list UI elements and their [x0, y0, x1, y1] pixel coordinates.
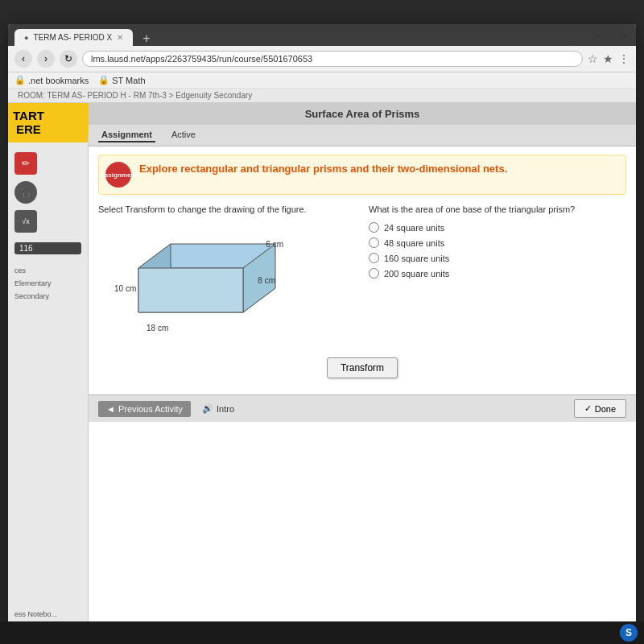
taskbar-avatar[interactable]: S — [620, 624, 638, 642]
sidebar-link-elementary[interactable]: Elementary — [14, 277, 81, 290]
tab-label: TERM AS- PERIOD X — [33, 33, 112, 42]
sidebar-number-badge: 116 — [8, 239, 88, 258]
assignment-tabs: Assignment Active — [89, 125, 636, 147]
restore-button[interactable]: □ — [607, 31, 617, 40]
taskbar-bottom: S — [0, 621, 644, 644]
tab-active[interactable]: Active — [168, 128, 199, 142]
menu-icon[interactable]: ⋮ — [618, 52, 630, 65]
exercise-title: Explore rectangular and triangular prism… — [139, 162, 507, 176]
bookmark-icon[interactable]: ★ — [603, 52, 613, 65]
breadcrumb: ROOM: TERM AS- PERIOD H - RM 7th-3 > Edg… — [8, 89, 636, 103]
new-tab-button[interactable]: + — [138, 31, 155, 46]
done-label: Done — [595, 404, 616, 414]
dim-label-6cm: 6 cm — [266, 240, 283, 249]
exercise-body: Select Transform to change the drawing o… — [98, 204, 626, 345]
url-text: lms.lausd.net/apps/2263759435/run/course… — [91, 54, 312, 64]
option-24-label: 24 square units — [384, 223, 444, 233]
sqrt-icon[interactable]: √x — [14, 210, 37, 233]
assignment-icon: Assignment — [105, 162, 131, 188]
option-48[interactable]: 48 square units — [369, 237, 626, 248]
start-here-line1: TART — [13, 109, 44, 123]
prism-diagram: 6 cm 8 cm 10 cm 18 cm — [114, 224, 291, 336]
option-200[interactable]: 200 square units — [369, 268, 626, 279]
speaker-icon: 🔊 — [202, 403, 213, 414]
sidebar-link-notebook[interactable]: ess Notebo... — [13, 609, 83, 620]
dim-label-18cm: 18 cm — [147, 324, 168, 332]
transform-button[interactable]: Transform — [327, 357, 398, 378]
main-content: TART ERE ✏ 🎧 √x 116 ces — [8, 103, 636, 636]
close-button[interactable]: ✕ — [620, 31, 630, 40]
option-48-label: 48 square units — [384, 238, 444, 248]
transform-btn-area: Transform — [98, 357, 626, 386]
question-area: What is the area of one base of the tria… — [369, 204, 626, 345]
previous-activity-button[interactable]: ◄ Previous Activity — [98, 401, 191, 417]
start-here-line2: ERE — [13, 123, 44, 137]
dim-label-8cm: 8 cm — [258, 276, 275, 285]
browser-action-icons: ☆ ★ ⋮ — [588, 52, 630, 65]
prev-arrow-icon: ◄ — [106, 404, 115, 414]
pencil-icon[interactable]: ✏ — [14, 152, 37, 175]
assignment-icon-label: Assignment — [100, 171, 137, 179]
option-200-label: 200 square units — [384, 269, 449, 279]
checkmark-icon: ✓ — [584, 403, 592, 414]
radio-160[interactable] — [369, 253, 379, 263]
tab-close-icon[interactable]: ✕ — [117, 33, 123, 42]
headphone-icon[interactable]: 🎧 — [14, 181, 37, 204]
exercise-area: Assignment Explore rectangular and trian… — [89, 147, 636, 394]
bottom-bar: ◄ Previous Activity 🔊 Intro ✓ Done — [89, 394, 636, 422]
start-here-badge: TART ERE — [8, 103, 88, 142]
address-bar[interactable]: lms.lausd.net/apps/2263759435/run/course… — [82, 51, 583, 67]
page-header-text: Surface Area of Prisms — [305, 108, 420, 120]
bookmark-stmath[interactable]: 🔒 ST Math — [98, 75, 145, 85]
question-text: What is the area of one base of the tria… — [369, 204, 626, 214]
number-badge[interactable]: 116 — [14, 242, 81, 254]
browser-toolbar: ‹ › ↻ lms.lausd.net/apps/2263759435/run/… — [8, 46, 636, 72]
option-24[interactable]: 24 square units — [369, 222, 626, 233]
bookmark-net[interactable]: 🔒 .net bookmarks — [14, 75, 89, 85]
prev-activity-label: Previous Activity — [118, 404, 183, 414]
browser-tabs: ● TERM AS- PERIOD X ✕ + — □ ✕ — [14, 29, 630, 46]
tab-assignment[interactable]: Assignment — [98, 128, 155, 142]
sidebar-link-secondary[interactable]: Secondary — [14, 290, 81, 303]
dim-label-10cm: 10 cm — [114, 284, 136, 293]
intro-button[interactable]: 🔊 Intro — [196, 400, 241, 417]
radio-200[interactable] — [369, 268, 379, 279]
page-header: Surface Area of Prisms — [89, 103, 636, 125]
browser-window: ● TERM AS- PERIOD X ✕ + — □ ✕ ‹ › ↻ lms.… — [8, 24, 636, 636]
desktop: ● TERM AS- PERIOD X ✕ + — □ ✕ ‹ › ↻ lms.… — [0, 0, 644, 644]
radio-options: 24 square units 48 square units 160 squa… — [369, 222, 626, 279]
back-button[interactable]: ‹ — [14, 50, 32, 68]
intro-label: Intro — [217, 404, 234, 414]
browser-tab-active[interactable]: ● TERM AS- PERIOD X ✕ — [14, 29, 133, 46]
option-160[interactable]: 160 square units — [369, 253, 626, 263]
window-controls: — □ ✕ — [594, 31, 630, 40]
bookmark-stmath-label: ST Math — [112, 76, 145, 85]
breadcrumb-text: ROOM: TERM AS- PERIOD H - RM 7th-3 > Edg… — [18, 91, 252, 100]
bookmark-net-icon: 🔒 — [14, 75, 26, 85]
sidebar-icons: ✏ 🎧 √x — [8, 146, 88, 239]
svg-marker-4 — [138, 268, 243, 312]
forward-button[interactable]: › — [37, 50, 55, 68]
exercise-instruction: Select Transform to change the drawing o… — [98, 204, 356, 214]
done-button[interactable]: ✓ Done — [574, 399, 626, 418]
sidebar-links: ces Elementary Secondary — [8, 258, 88, 310]
exercise-header: Assignment Explore rectangular and trian… — [98, 155, 626, 195]
content-pane: Surface Area of Prisms Assignment Active… — [89, 103, 636, 636]
browser-chrome: ● TERM AS- PERIOD X ✕ + — □ ✕ — [8, 24, 636, 46]
option-160-label: 160 square units — [384, 254, 449, 263]
radio-48[interactable] — [369, 237, 379, 248]
star-icon[interactable]: ☆ — [588, 52, 598, 65]
bookmarks-bar: 🔒 .net bookmarks 🔒 ST Math — [8, 72, 636, 89]
exercise-left: Select Transform to change the drawing o… — [98, 204, 356, 345]
minimize-button[interactable]: — — [594, 31, 604, 40]
bookmark-stmath-icon: 🔒 — [98, 75, 109, 85]
sidebar-link-ces[interactable]: ces — [14, 264, 81, 277]
radio-24[interactable] — [369, 222, 379, 233]
sidebar: TART ERE ✏ 🎧 √x 116 ces — [8, 103, 89, 636]
bookmark-net-label: .net bookmarks — [28, 76, 89, 85]
refresh-button[interactable]: ↻ — [60, 50, 77, 68]
bottom-nav-left: ◄ Previous Activity 🔊 Intro — [98, 400, 241, 417]
